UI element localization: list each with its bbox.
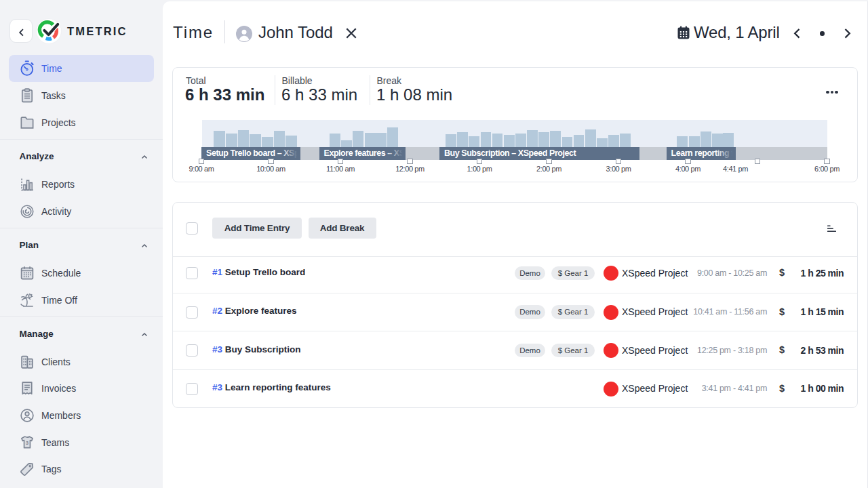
svg-text:3: 3 — [26, 440, 29, 446]
